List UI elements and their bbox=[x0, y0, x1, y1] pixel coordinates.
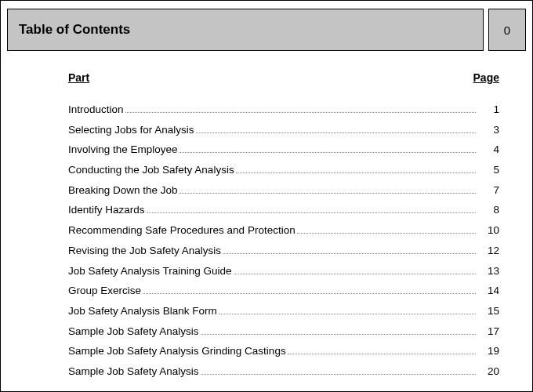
toc-entry-page: 19 bbox=[479, 346, 499, 357]
toc-row: Job Safety Analysis Training Guide13 bbox=[68, 266, 499, 277]
toc-row: Sample Job Safety Analysis Grinding Cast… bbox=[68, 346, 499, 357]
title-box: Table of Contents bbox=[7, 9, 484, 51]
header-row: Table of Contents 0 bbox=[1, 1, 532, 57]
toc-entry-title: Group Exercise bbox=[68, 285, 141, 296]
toc-entry-title: Sample Job Safety Analysis bbox=[68, 366, 199, 377]
toc-leader-dots bbox=[223, 253, 476, 254]
toc-row: Revising the Job Safety Analysis12 bbox=[68, 245, 499, 256]
toc-entry-page: 15 bbox=[479, 306, 499, 317]
toc-entry-page: 7 bbox=[479, 185, 499, 196]
document-title: Table of Contents bbox=[19, 22, 472, 38]
toc-entry-title: Job Safety Analysis Training Guide bbox=[68, 266, 232, 277]
toc-entry-title: Breaking Down the Job bbox=[68, 185, 178, 196]
toc-entry-title: Job Safety Analysis Blank Form bbox=[68, 306, 217, 317]
toc-leader-dots bbox=[143, 293, 476, 294]
toc-entry-page: 3 bbox=[479, 125, 499, 136]
toc-leader-dots bbox=[179, 193, 476, 194]
toc-row: Conducting the Job Safety Analysis5 bbox=[68, 165, 499, 176]
toc-row: Sample Job Safety Analysis17 bbox=[68, 326, 499, 337]
toc-entry-title: Sample Job Safety Analysis bbox=[68, 326, 199, 337]
toc-leader-dots bbox=[201, 334, 476, 335]
toc-entry-page: 4 bbox=[479, 144, 499, 155]
toc-row: Breaking Down the Job7 bbox=[68, 185, 499, 196]
toc-leader-dots bbox=[297, 233, 476, 234]
toc-entry-title: Recommending Safe Procedures and Protect… bbox=[68, 225, 296, 236]
toc-row: Identify Hazards8 bbox=[68, 205, 499, 216]
toc-entry-page: 14 bbox=[479, 285, 499, 296]
toc-entry-title: Involving the Employee bbox=[68, 144, 178, 155]
toc-entry-title: Conducting the Job Safety Analysis bbox=[68, 165, 234, 176]
toc-row: Involving the Employee4 bbox=[68, 144, 499, 155]
toc-leader-dots bbox=[236, 172, 476, 173]
page-number-box: 0 bbox=[488, 9, 526, 51]
toc-entry-page: 1 bbox=[479, 104, 499, 115]
toc-row: Recommending Safe Procedures and Protect… bbox=[68, 225, 499, 236]
document-page: Table of Contents 0 Part Page Introducti… bbox=[0, 0, 533, 392]
toc-entry-title: Sample Job Safety Analysis Grinding Cast… bbox=[68, 346, 286, 357]
toc-leader-dots bbox=[179, 152, 476, 153]
toc-leader-dots bbox=[196, 132, 476, 133]
column-page-label: Page bbox=[473, 71, 499, 84]
toc-row: Selecting Jobs for Analysis3 bbox=[68, 125, 499, 136]
toc-row: Introduction1 bbox=[68, 104, 499, 115]
toc-entry-title: Selecting Jobs for Analysis bbox=[68, 125, 194, 136]
toc-row: Group Exercise14 bbox=[68, 285, 499, 296]
toc-leader-dots bbox=[234, 274, 476, 274]
toc-entry-page: 17 bbox=[479, 326, 499, 337]
toc-entry-page: 13 bbox=[479, 266, 499, 277]
toc-leader-dots bbox=[288, 354, 476, 354]
toc-entry-title: Identify Hazards bbox=[68, 205, 145, 216]
toc-row: Sample Job Safety Analysis20 bbox=[68, 366, 499, 377]
toc-entry-page: 5 bbox=[479, 165, 499, 176]
toc-entry-page: 20 bbox=[479, 366, 499, 377]
toc-leader-dots bbox=[125, 112, 476, 113]
toc-entry-page: 8 bbox=[479, 205, 499, 216]
toc-leader-dots bbox=[201, 374, 476, 375]
toc-entry-title: Revising the Job Safety Analysis bbox=[68, 245, 221, 256]
toc-body: Introduction1Selecting Jobs for Analysis… bbox=[1, 87, 532, 391]
toc-leader-dots bbox=[147, 212, 476, 213]
toc-row: Job Safety Analysis Blank Form15 bbox=[68, 306, 499, 317]
page-number: 0 bbox=[504, 24, 510, 37]
toc-entry-page: 12 bbox=[479, 245, 499, 256]
column-headers: Part Page bbox=[1, 57, 532, 87]
column-part-label: Part bbox=[68, 71, 89, 84]
toc-entry-page: 10 bbox=[479, 225, 499, 236]
toc-entry-title: Introduction bbox=[68, 104, 124, 115]
toc-leader-dots bbox=[219, 314, 476, 314]
